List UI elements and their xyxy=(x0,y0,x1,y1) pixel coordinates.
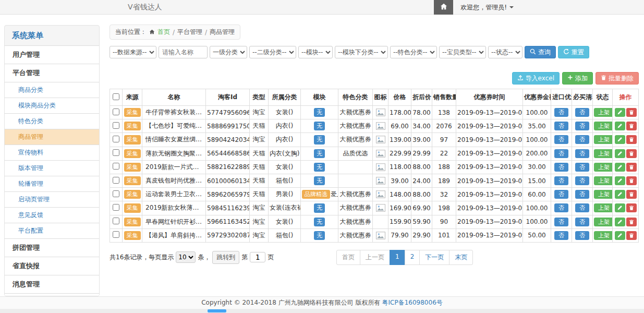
sidebar-item[interactable]: 特色分类 xyxy=(5,113,99,129)
batch-delete-button[interactable]: 批量删除 xyxy=(596,72,639,85)
status-button[interactable]: 上架 xyxy=(594,176,613,185)
featured-category-select[interactable]: --特色分类-- xyxy=(390,46,437,58)
module-select[interactable]: --模块-- xyxy=(298,46,333,58)
status-select[interactable]: --状态-- xyxy=(488,46,523,58)
sidebar-item[interactable]: 消息管理 xyxy=(5,275,99,293)
status-button[interactable]: 上架 xyxy=(594,190,613,199)
edit-button[interactable] xyxy=(615,203,625,212)
add-button[interactable]: 添加 xyxy=(562,72,593,85)
page-button[interactable]: 2 xyxy=(405,250,420,265)
import-toggle-button[interactable]: 否 xyxy=(554,203,568,212)
row-checkbox[interactable] xyxy=(113,231,119,238)
select-all-checkbox[interactable] xyxy=(113,93,119,100)
level1-category-select[interactable]: 一级分类 xyxy=(210,46,247,58)
import-toggle-button[interactable]: 否 xyxy=(554,135,568,144)
sidebar-item[interactable]: 商品管理 xyxy=(5,129,99,145)
mustbuy-toggle-button[interactable]: 否 xyxy=(575,218,589,226)
page-button[interactable]: 1 xyxy=(390,250,405,265)
delete-button[interactable] xyxy=(626,122,637,130)
query-button[interactable]: 查询 xyxy=(525,46,556,58)
page-button[interactable]: 首页 xyxy=(336,250,360,265)
status-button[interactable]: 上架 xyxy=(594,231,613,240)
import-toggle-button[interactable]: 否 xyxy=(554,176,568,185)
import-toggle-button[interactable]: 否 xyxy=(554,122,568,130)
status-button[interactable]: 上架 xyxy=(594,135,613,144)
row-checkbox[interactable] xyxy=(113,109,119,115)
status-button[interactable]: 上架 xyxy=(594,163,613,172)
status-button[interactable]: 上架 xyxy=(594,122,613,130)
sidebar-item[interactable]: 版本管理 xyxy=(5,160,99,176)
delete-button[interactable] xyxy=(626,176,637,185)
edit-button[interactable] xyxy=(615,190,625,199)
sidebar-item[interactable]: 宣传物料 xyxy=(5,145,99,160)
status-button[interactable]: 上架 xyxy=(594,108,613,117)
edit-button[interactable] xyxy=(615,163,625,172)
mustbuy-toggle-button[interactable]: 否 xyxy=(575,163,589,172)
delete-button[interactable] xyxy=(626,218,637,226)
sidebar-item[interactable]: 平台配置 xyxy=(5,223,99,238)
mustbuy-toggle-button[interactable]: 否 xyxy=(575,108,589,117)
mustbuy-toggle-button[interactable]: 否 xyxy=(575,203,589,212)
sidebar-item[interactable]: 平台管理 xyxy=(5,64,99,82)
import-toggle-button[interactable]: 否 xyxy=(554,218,568,226)
delete-button[interactable] xyxy=(626,163,637,172)
edit-button[interactable] xyxy=(615,218,625,226)
row-checkbox[interactable] xyxy=(113,177,119,184)
sidebar-item[interactable]: 用户管理 xyxy=(5,45,99,64)
sidebar-item[interactable]: 模块商品分类 xyxy=(5,98,99,113)
row-checkbox[interactable] xyxy=(113,163,119,170)
scrollbar-thumb[interactable] xyxy=(208,309,226,312)
mustbuy-toggle-button[interactable]: 否 xyxy=(575,122,589,130)
page-number-input[interactable] xyxy=(250,252,265,262)
status-button[interactable]: 上架 xyxy=(594,218,613,226)
mustbuy-toggle-button[interactable]: 否 xyxy=(575,176,589,185)
sidebar-item[interactable]: 意见反馈 xyxy=(5,207,99,223)
sidebar-item[interactable]: 拼团管理 xyxy=(5,238,99,257)
horizontal-scrollbar[interactable] xyxy=(0,309,644,313)
row-checkbox[interactable] xyxy=(113,136,119,142)
import-toggle-button[interactable]: 否 xyxy=(554,190,568,199)
mustbuy-toggle-button[interactable]: 否 xyxy=(575,231,589,240)
page-button[interactable]: 下一页 xyxy=(419,250,449,265)
import-toggle-button[interactable]: 否 xyxy=(554,149,568,158)
import-toggle-button[interactable]: 否 xyxy=(554,108,568,117)
delete-button[interactable] xyxy=(626,149,637,158)
item-type-select[interactable]: --宝贝类型-- xyxy=(439,46,486,58)
status-button[interactable]: 上架 xyxy=(594,203,613,212)
breadcrumb-home-link[interactable]: 首页 xyxy=(157,28,170,37)
row-checkbox[interactable] xyxy=(113,122,119,129)
sidebar-item[interactable]: 轮播管理 xyxy=(5,176,99,191)
user-menu[interactable]: 欢迎您，管理员! xyxy=(460,3,514,12)
delete-button[interactable] xyxy=(626,135,637,144)
mustbuy-toggle-button[interactable]: 否 xyxy=(575,149,589,158)
data-source-select[interactable]: --数据来源-- xyxy=(110,46,156,58)
sidebar-item[interactable]: 省直快报 xyxy=(5,257,99,275)
icp-link[interactable]: 粤ICP备16098006号 xyxy=(382,298,443,307)
module-subcategory-select[interactable]: --模块下分类-- xyxy=(335,46,388,58)
edit-button[interactable] xyxy=(615,122,625,130)
reset-button[interactable]: 重置 xyxy=(558,46,589,58)
row-checkbox[interactable] xyxy=(113,204,119,211)
sidebar-item[interactable]: 商品分类 xyxy=(5,82,99,98)
row-checkbox[interactable] xyxy=(113,190,119,197)
page-button[interactable]: 末页 xyxy=(449,250,473,265)
delete-button[interactable] xyxy=(626,203,637,212)
edit-button[interactable] xyxy=(615,108,625,117)
level2-category-select[interactable]: --二级分类-- xyxy=(249,46,296,58)
edit-button[interactable] xyxy=(615,231,625,240)
edit-button[interactable] xyxy=(615,135,625,144)
sidebar-item[interactable]: 启动页管理 xyxy=(5,191,99,207)
row-checkbox[interactable] xyxy=(113,218,119,224)
home-button[interactable] xyxy=(434,0,453,15)
edit-button[interactable] xyxy=(615,176,625,185)
delete-button[interactable] xyxy=(626,108,637,117)
import-excel-button[interactable]: 导入excel xyxy=(512,72,560,85)
per-page-select[interactable]: 10 xyxy=(176,251,196,263)
import-toggle-button[interactable]: 否 xyxy=(554,163,568,172)
mustbuy-toggle-button[interactable]: 否 xyxy=(575,190,589,199)
mustbuy-toggle-button[interactable]: 否 xyxy=(575,135,589,144)
import-toggle-button[interactable]: 否 xyxy=(554,231,568,240)
delete-button[interactable] xyxy=(626,231,637,240)
delete-button[interactable] xyxy=(626,190,637,199)
product-name-input[interactable] xyxy=(159,46,208,58)
